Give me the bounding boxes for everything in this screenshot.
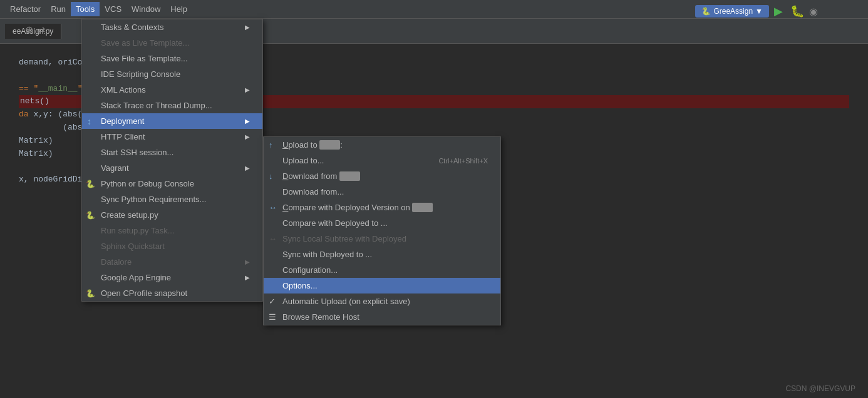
save-file-label: Save File as Template... — [101, 54, 188, 63]
auto-upload-label: Automatic Upload (on explicit save) — [282, 297, 410, 306]
download-named-icon: ↓ — [269, 171, 273, 181]
sync-local-icon: ↔ — [269, 234, 277, 243]
compare-c-char: C — [282, 203, 288, 212]
run-button[interactable]: ▶ — [772, 3, 785, 19]
python-icon: 🐍 — [701, 7, 711, 16]
save-live-label: Save as Live Template... — [101, 38, 189, 48]
configuration-label: Configuration... — [282, 265, 338, 275]
run-config-area: 🐍 GreeAssign ▼ ▶ 🐛 ◉ — [695, 3, 818, 19]
dropdown-arrow-icon: ▼ — [755, 7, 763, 16]
compare-named-icon: ↔ — [269, 203, 277, 212]
submenu-compare-named[interactable]: ↔ Compare with Deployed Version on — [264, 200, 500, 215]
sync-local-label: Sync Local Subtree with Deployed — [282, 234, 406, 243]
download-from-label: Download from... — [282, 187, 344, 196]
compare-named-label: Compare with Deployed Version on — [282, 203, 433, 212]
xml-actions-label: XML Actions — [101, 85, 146, 94]
google-app-label: Google App Engine — [101, 273, 171, 282]
compare-named-blurred — [412, 203, 433, 212]
http-client-label: HTTP Client — [101, 132, 145, 141]
submenu-upload-named[interactable]: ↑ Upload to : — [264, 137, 500, 153]
google-app-arrow-icon: ▶ — [245, 274, 250, 281]
download-named-label: Download from — [282, 171, 360, 181]
menu-item-ide-scripting[interactable]: IDE Scripting Console — [82, 66, 262, 82]
upload-to-label: Upload to... — [282, 156, 324, 165]
menu-item-cprofile[interactable]: 🐍 Open CProfile snapshot — [82, 285, 262, 301]
deployment-label: Deployment — [101, 116, 144, 126]
submenu-sync-deployed[interactable]: Sync with Deployed to ... — [264, 247, 500, 262]
deployment-icon: ↕ — [87, 116, 91, 126]
layout-icon[interactable]: ⇄ — [37, 24, 45, 36]
submenu-configuration[interactable]: Configuration... — [264, 262, 500, 278]
submenu-download-named[interactable]: ↓ Download from — [264, 168, 500, 184]
upload-to-shortcut: Ctrl+Alt+Shift+X — [438, 157, 488, 165]
menu-item-vagrant[interactable]: Vagrant ▶ — [82, 160, 262, 176]
menu-item-sync-python[interactable]: Sync Python Requirements... — [82, 191, 262, 207]
menu-help[interactable]: Help — [165, 2, 192, 16]
menu-item-xml-actions[interactable]: XML Actions ▶ — [82, 82, 262, 98]
tools-dropdown-menu: Tasks & Contexts ▶ Save as Live Template… — [81, 19, 263, 302]
upload-named-label: Upload to : — [282, 140, 343, 150]
submenu-auto-upload[interactable]: ✓ Automatic Upload (on explicit save) — [264, 293, 500, 309]
menu-item-python-debug[interactable]: 🐍 Python or Debug Console — [82, 176, 262, 191]
upload-u-char: U — [282, 140, 288, 150]
python-debug-icon: 🐍 — [86, 180, 95, 188]
vagrant-arrow-icon: ▶ — [245, 165, 250, 171]
auto-upload-checkmark-icon: ✓ — [269, 297, 276, 306]
http-client-arrow-icon: ▶ — [245, 133, 250, 140]
ide-scripting-label: IDE Scripting Console — [101, 69, 180, 79]
submenu-compare-deployed[interactable]: Compare with Deployed to ... — [264, 215, 500, 231]
menu-item-tasks[interactable]: Tasks & Contexts ▶ — [82, 19, 262, 35]
coverage-button[interactable]: ◉ — [809, 6, 818, 18]
tasks-label: Tasks & Contexts — [101, 23, 163, 32]
browse-remote-label: Browse Remote Host — [282, 312, 359, 322]
datalore-arrow-icon: ▶ — [245, 258, 250, 265]
menu-item-stack-trace[interactable]: Stack Trace or Thread Dump... — [82, 98, 262, 113]
sphinx-label: Sphinx Quickstart — [101, 242, 165, 251]
menubar: Refactor Run Tools VCS Window Help 🐍 Gre… — [0, 0, 868, 19]
cprofile-label: Open CProfile snapshot — [101, 288, 187, 298]
options-label: Options... — [282, 281, 318, 290]
deployment-submenu: ↑ Upload to : Upload to... Ctrl+Alt+Shif… — [263, 136, 501, 325]
submenu-browse-remote[interactable]: ☰ Browse Remote Host — [264, 309, 500, 325]
menu-item-datalore: Datalore ▶ — [82, 254, 262, 270]
debug-button[interactable]: 🐛 — [788, 3, 807, 19]
run-setup-label: Run setup.py Task... — [101, 226, 175, 235]
datalore-label: Datalore — [101, 257, 132, 267]
vagrant-label: Vagrant — [101, 163, 129, 173]
compare-deployed-label: Compare with Deployed to ... — [282, 218, 388, 228]
deployment-arrow-icon: ▶ — [245, 118, 250, 125]
menu-item-http-client[interactable]: HTTP Client ▶ — [82, 129, 262, 145]
menu-run[interactable]: Run — [46, 2, 71, 16]
run-config-button[interactable]: 🐍 GreeAssign ▼ — [695, 5, 769, 18]
menu-item-run-setup: Run setup.py Task... — [82, 223, 262, 238]
watermark: CSDN @INEVGVUP — [785, 384, 855, 393]
submenu-download-from[interactable]: Download from... — [264, 184, 500, 200]
menu-window[interactable]: Window — [127, 2, 165, 16]
menu-item-save-live: Save as Live Template... — [82, 35, 262, 51]
xml-arrow-icon: ▶ — [245, 86, 250, 93]
cprofile-icon: 🐍 — [86, 289, 95, 298]
create-setup-label: Create setup.py — [101, 210, 158, 220]
stack-trace-label: Stack Trace or Thread Dump... — [101, 101, 212, 110]
menu-tools[interactable]: Tools — [71, 2, 100, 16]
download-named-blurred — [339, 171, 360, 181]
add-file-icon[interactable]: ⊕ — [25, 24, 33, 36]
python-debug-label: Python or Debug Console — [101, 179, 194, 188]
menu-item-ssh[interactable]: Start SSH session... — [82, 145, 262, 160]
browse-remote-icon: ☰ — [269, 312, 276, 322]
submenu-upload-to[interactable]: Upload to... Ctrl+Alt+Shift+X — [264, 153, 500, 168]
menu-refactor[interactable]: Refactor — [5, 2, 46, 16]
menu-item-save-file[interactable]: Save File as Template... — [82, 51, 262, 66]
submenu-sync-local: ↔ Sync Local Subtree with Deployed — [264, 231, 500, 247]
menu-vcs[interactable]: VCS — [100, 2, 127, 16]
menu-item-deployment[interactable]: ↕ Deployment ▶ — [82, 113, 262, 129]
sync-deployed-label: Sync with Deployed to ... — [282, 250, 372, 259]
menu-item-sphinx: Sphinx Quickstart — [82, 238, 262, 254]
submenu-options[interactable]: Options... — [264, 278, 500, 293]
menu-item-google-app[interactable]: Google App Engine ▶ — [82, 270, 262, 285]
menu-item-create-setup[interactable]: 🐍 Create setup.py — [82, 207, 262, 223]
sync-python-label: Sync Python Requirements... — [101, 195, 206, 204]
run-config-label: GreeAssign — [713, 7, 753, 16]
upload-named-icon: ↑ — [269, 140, 273, 150]
ssh-label: Start SSH session... — [101, 148, 173, 157]
